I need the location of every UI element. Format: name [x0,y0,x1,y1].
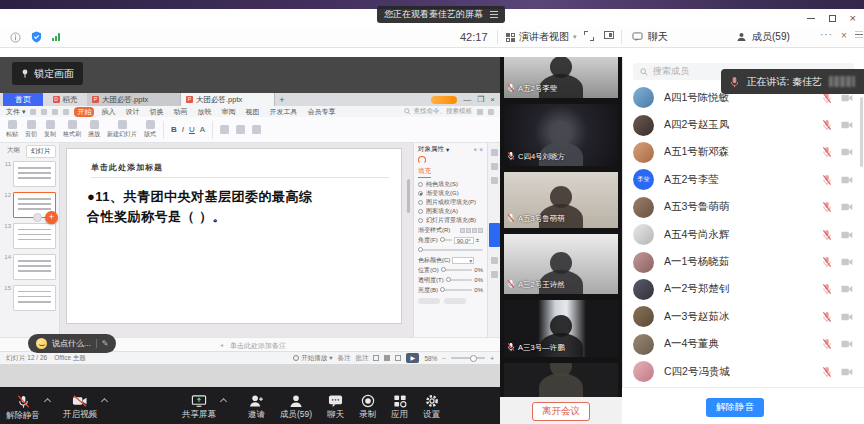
wps-menu-切换[interactable]: 切换 [146,107,166,117]
member-row[interactable]: C四2号冯贵城 [623,358,864,385]
toast-menu-icon[interactable] [490,14,498,15]
wps-docer-tab[interactable]: D稻壳 [43,93,87,106]
comment-overlay[interactable]: 说点什么... ✎ [28,334,116,353]
zoom-slider[interactable] [451,357,485,359]
wps-menu-审阅[interactable]: 审阅 [218,107,238,117]
member-row[interactable]: 李莹A五2号李莹 [623,166,864,193]
tab-chat[interactable]: 聊天 [632,29,668,45]
side-tool-icon[interactable] [491,163,498,170]
member-row[interactable]: A五3号鲁萌萌 [623,194,864,221]
member-mic-muted-icon[interactable] [820,201,834,213]
toolbar-members[interactable]: 成员(59) [280,394,312,419]
ribbon-button[interactable]: 新建幻灯片 [107,120,137,139]
member-row[interactable]: A四2号赵玉凤 [623,111,864,138]
member-mic-muted-icon[interactable] [820,366,834,378]
ribbon-button[interactable]: 剪切 [25,120,37,139]
member-row[interactable]: A一2号郑楚钊 [623,276,864,303]
props-footer-tab[interactable] [444,298,466,304]
leave-meeting-button[interactable]: 离开会议 [532,402,590,421]
member-mic-muted-icon[interactable] [820,174,834,186]
brightness-slider[interactable] [440,289,472,291]
slideshow-play-icon[interactable]: ▶ [406,353,419,363]
member-mic-muted-icon[interactable] [820,256,834,268]
comments-toggle[interactable]: 批注 [355,354,368,363]
lock-screen-button[interactable]: 锁定画面 [12,62,83,85]
slide[interactable]: 单击此处添加标题 ●11、共青团中央对基层团委的最高综 合性奖励称号是（ ）。 [66,148,402,324]
slide-thumbnail-14[interactable]: 14 [3,254,56,280]
add-slide-button[interactable]: + [45,211,58,224]
wps-menu-放映[interactable]: 放映 [194,107,214,117]
member-camera-off-icon[interactable] [840,312,854,322]
view-mode-selector[interactable]: 演讲者视图 ▾ [506,30,577,44]
unmute-button[interactable]: 解除静音 [706,398,764,417]
wps-menu-开始[interactable]: 开始 [74,107,94,117]
slide-thumbnail-11[interactable]: 11 [3,161,56,187]
minimize-icon[interactable] [807,18,815,19]
sorter-view-icon[interactable] [384,355,390,361]
print-icon[interactable] [41,109,47,115]
member-camera-off-icon[interactable] [840,284,854,294]
member-row[interactable]: A五1号靳邓森 [623,139,864,166]
notes-collapse-icon[interactable]: ◂ [220,341,223,348]
wps-menu-视图[interactable]: 视图 [242,107,262,117]
maximize-icon[interactable] [829,15,836,22]
props-pin-icon[interactable]: ⌖ [474,146,478,154]
member-camera-off-icon[interactable] [840,230,854,240]
fill-option[interactable]: 幻灯片背景填充(B) [418,216,483,225]
reading-view-icon[interactable] [395,355,401,361]
security-shield-icon[interactable] [31,31,42,43]
close-panel-icon[interactable]: × [841,30,847,41]
zoom-out-icon[interactable]: − [442,355,446,362]
collab-icon[interactable] [477,109,483,115]
wps-file-menu[interactable]: 文件 ▾ [6,107,25,117]
zoom-in-icon[interactable]: + [490,355,494,362]
textbox-button[interactable] [220,125,229,134]
tab-members[interactable]: 成员(59) [736,29,790,45]
video-tile[interactable]: A五2号李莹 [504,57,618,98]
start-play-button[interactable]: 开始播放▾ [293,354,332,363]
wps-minimize-icon[interactable]: — [463,96,471,104]
wps-document-tab[interactable]: P大团必答.pptx [87,93,181,106]
thumbnail-menu-button[interactable] [33,213,42,222]
ribbon-button[interactable]: 版式 [144,120,156,139]
toolbar-settings[interactable]: 设置 [423,394,440,419]
side-tool-icon[interactable] [491,271,498,278]
wps-home-tab[interactable]: 首页 [3,93,43,106]
wps-menu-动画[interactable]: 动画 [170,107,190,117]
more-options-icon[interactable]: ··· [820,29,833,40]
props-footer-tab[interactable] [418,298,440,304]
transparency-slider[interactable] [446,279,473,281]
image-button[interactable] [236,125,245,134]
video-tile[interactable] [504,363,618,397]
ribbon-button[interactable]: 格式刷 [63,120,81,139]
format-u-button[interactable]: U [189,125,195,134]
toolbar-apps[interactable]: 应用 [391,394,408,419]
wps-menu-插入[interactable]: 插入 [98,107,118,117]
redo-icon[interactable] [63,109,69,115]
member-camera-off-icon[interactable] [840,147,854,157]
member-camera-off-icon[interactable] [840,93,854,103]
wps-menu-会员专享[interactable]: 会员专享 [304,107,338,117]
slide-thumbnail-13[interactable]: 13 [3,223,56,249]
chevron-up-icon[interactable] [44,398,51,405]
member-camera-off-icon[interactable] [840,120,854,130]
fill-option[interactable]: 纯色填充(S) [418,180,483,189]
wps-restore-icon[interactable]: ❐ [477,96,484,104]
wps-close-icon[interactable]: × [490,96,495,104]
toolbar-camera-muted[interactable]: 开启视频 [63,394,97,419]
member-mic-muted-icon[interactable] [820,311,834,323]
wps-document-tab[interactable]: P大团必答.pptx [181,93,275,106]
ribbon-button[interactable]: 播放 [88,120,100,139]
toolbar-chat[interactable]: 聊天 [327,394,344,419]
format-i-button[interactable]: I [182,125,184,134]
toolbar-screen-share[interactable]: 共享屏幕 [182,394,216,419]
member-mic-muted-icon[interactable] [820,146,834,158]
undo-icon[interactable] [52,109,58,115]
video-tile[interactable]: C四4号刘晓方 [504,104,618,166]
video-tile[interactable]: A五3号鲁萌萌 [504,172,618,228]
member-camera-off-icon[interactable] [840,257,854,267]
slide-thumbnail-15[interactable]: 15 [3,285,56,311]
member-camera-off-icon[interactable] [840,339,854,349]
share-icon[interactable] [488,109,494,115]
stop-color-dropdown[interactable]: ▾ [452,257,474,264]
